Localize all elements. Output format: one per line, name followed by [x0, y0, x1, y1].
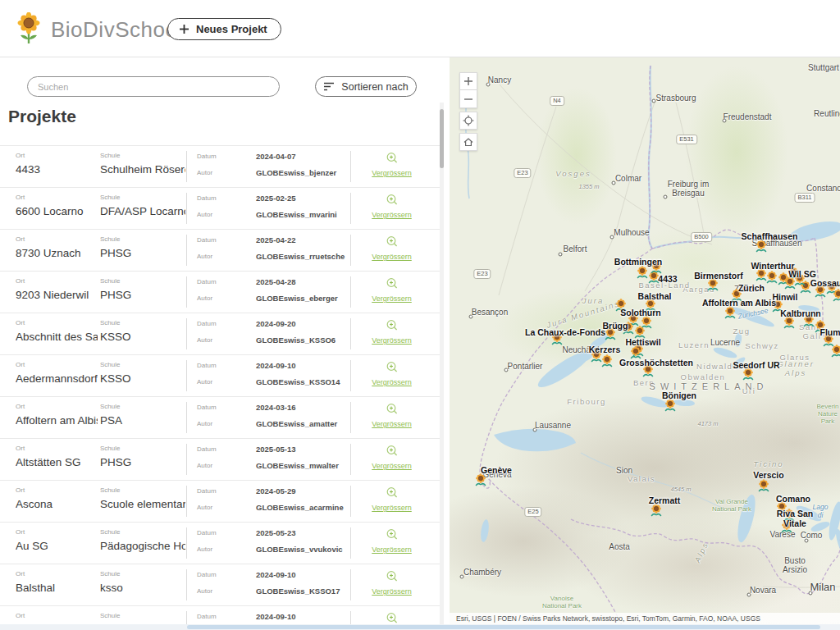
map-label: Constance [806, 184, 840, 193]
autor-value: GLOBEswiss_KSSO6 [256, 336, 336, 345]
vergroessern-label: Vergrössern [350, 587, 433, 596]
ort-value: 8730 Uznach [16, 247, 98, 259]
sunflower-marker[interactable] [833, 289, 840, 302]
sort-label: Sortieren nach [341, 81, 408, 93]
vergroessern-link[interactable]: Vergrössern [350, 152, 433, 177]
ort-value: Ascona [16, 498, 98, 510]
ort-value: 4433 [16, 163, 98, 176]
map-label: Como [801, 531, 823, 540]
schule-label: Schule [100, 277, 185, 285]
map-label: Pontarlier [508, 362, 543, 371]
vergroessern-link[interactable]: Vergrössern [350, 528, 433, 554]
sunflower-marker[interactable] [758, 479, 769, 492]
sort-button[interactable]: Sortieren nach [315, 76, 417, 97]
column-divider [186, 193, 187, 224]
project-row[interactable]: Ort Altstätten SG Schule PHSG Datum 2025… [0, 438, 440, 480]
autor-value: GLOBEswiss_vvukovic [256, 545, 343, 554]
sunflower-marker[interactable] [475, 473, 486, 486]
ort-label: Ort [16, 403, 98, 410]
project-row[interactable]: Ort Aedermannsdorf Schule KSSO Datum 202… [0, 354, 440, 396]
home-button[interactable] [459, 133, 477, 151]
map-label: Vosges [555, 169, 591, 178]
zoom-plus-icon [386, 319, 399, 331]
project-row[interactable]: Ort Balsthal Schule ksso Datum 2024-09-1… [0, 564, 440, 605]
autor-label: Autor [197, 587, 256, 595]
autor-value: GLOBEswiss_acarmine [256, 503, 344, 512]
sunflower-marker[interactable] [766, 271, 778, 284]
map-label: Strasbourg [656, 94, 696, 103]
sunflower-marker[interactable] [831, 345, 840, 358]
map-canvas[interactable]: NancyStrasbourgStuttgartFreudenstadtReut… [450, 57, 840, 630]
project-site-label: Kaltbrunn [780, 308, 821, 318]
horizontal-scrollbar[interactable] [0, 624, 840, 630]
vergroessern-link[interactable]: Vergrössern [350, 319, 433, 345]
vergroessern-link[interactable]: Vergrössern [350, 194, 433, 219]
project-row[interactable]: Ort 8730 Uznach Schule PHSG Datum 2025-0… [0, 229, 440, 271]
map-label: Chambéry [463, 568, 501, 577]
datum-value: 2024-09-10 [256, 570, 296, 579]
datum-label: Datum [197, 361, 256, 369]
datum-label: Datum [197, 235, 256, 244]
sunflower-marker[interactable] [756, 240, 767, 253]
ort-label: Ort [16, 319, 98, 326]
column-divider [186, 276, 187, 308]
project-row[interactable]: Ort 6600 Locarno Schule DFA/ASP Locarno … [0, 187, 440, 229]
autor-value: GLOBEswiss_KSSO17 [256, 587, 340, 596]
sunflower-marker[interactable] [651, 504, 662, 517]
sunflower-marker[interactable] [724, 306, 736, 319]
project-row[interactable]: Ort Au SG Schule Pädagogische Hochs... D… [0, 522, 440, 564]
horizontal-scrollbar-thumb[interactable] [187, 625, 820, 629]
road-shield: B500 [691, 232, 712, 242]
autor-value: GLOBEswiss_rruetsche [256, 252, 345, 261]
search-input[interactable] [27, 76, 280, 97]
project-row[interactable]: Ort 4433 Schule Schulheim Röserental Dat… [0, 145, 440, 187]
app-header: BioDivSchool Neues Projekt [0, 0, 840, 57]
map-label: Obwalden [681, 372, 726, 381]
project-row[interactable]: Ort Abschnitt des Sackw... Schule KSSO D… [0, 313, 440, 354]
map-label: Busto Arsizio [773, 556, 818, 574]
column-divider [186, 402, 187, 433]
vergroessern-label: Vergrössern [350, 462, 433, 470]
project-site-label: Comano [776, 494, 810, 504]
map-label: Fribourg [567, 397, 605, 406]
autor-label: Autor [197, 210, 256, 218]
project-row[interactable]: Ort Ascona Schule Scuole elementari Datu… [0, 480, 440, 522]
map-label: 4173 m [697, 420, 718, 427]
schule-label: Schule [100, 570, 185, 578]
datum-label: Datum [197, 403, 256, 411]
project-row[interactable]: Ort 9203 Niederwil Schule PHSG Datum 202… [0, 271, 440, 313]
vergroessern-link[interactable]: Vergrössern [350, 403, 433, 428]
zoom-in-button[interactable] [459, 72, 477, 90]
project-site-label: Schaffhausen [742, 231, 798, 241]
vergroessern-link[interactable]: Vergrössern [350, 277, 433, 303]
project-site-label: Affoltern am Albis [702, 298, 776, 308]
ort-label: Ort [16, 570, 98, 578]
sunflower-marker[interactable] [601, 354, 613, 368]
vergroessern-link[interactable]: Vergrössern [350, 570, 433, 596]
schule-value: KSSO [100, 331, 185, 343]
sunflower-marker[interactable] [664, 399, 676, 412]
project-site-label: Bönigen [662, 390, 696, 400]
map-label: Milan [810, 581, 835, 593]
locate-button[interactable] [459, 112, 477, 130]
project-row[interactable]: Ort Affoltern am Albis Schule PSA Datum … [0, 396, 440, 438]
vergroessern-label: Vergrössern [350, 253, 433, 261]
datum-label: Datum [197, 445, 256, 453]
list-scrollbar-thumb[interactable] [440, 109, 444, 168]
vergroessern-label: Vergrössern [350, 169, 433, 177]
vergroessern-link[interactable]: Vergrössern [350, 361, 433, 386]
column-divider [186, 235, 187, 266]
vergroessern-link[interactable]: Vergrössern [350, 445, 433, 470]
zoom-plus-icon [386, 528, 399, 541]
zoom-out-button[interactable] [459, 90, 477, 108]
ort-value: 9203 Niederwil [16, 289, 98, 301]
new-project-button[interactable]: Neues Projekt [167, 18, 281, 40]
sunflower-marker[interactable] [637, 266, 648, 279]
project-site-label: Bottmingen [614, 257, 662, 267]
vergroessern-link[interactable]: Vergrössern [350, 486, 433, 512]
schule-label: Schule [100, 612, 185, 619]
list-scrollbar[interactable] [440, 103, 444, 630]
vergroessern-link[interactable]: Vergrössern [350, 235, 433, 261]
schule-label: Schule [100, 235, 185, 243]
map-label: Luzern [678, 340, 710, 349]
